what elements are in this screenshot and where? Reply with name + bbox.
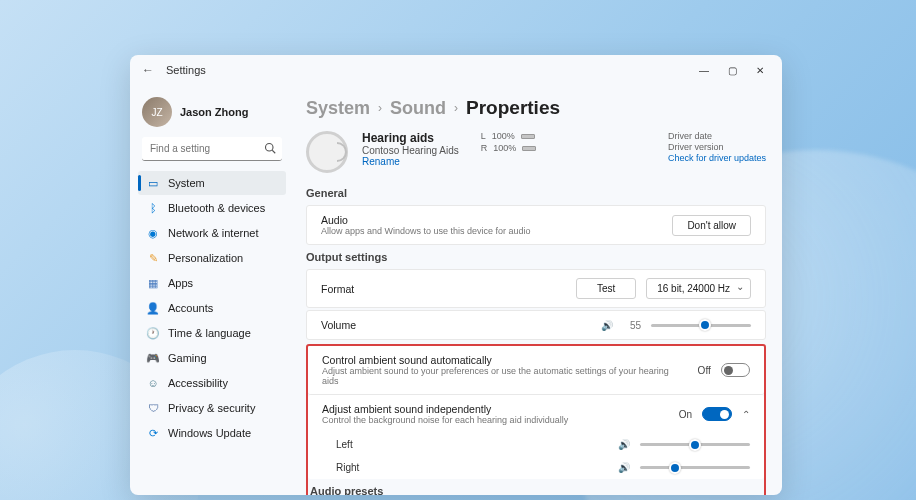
rename-link[interactable]: Rename bbox=[362, 156, 459, 167]
breadcrumb-properties: Properties bbox=[466, 97, 560, 119]
user-row[interactable]: JZ Jason Zhong bbox=[138, 93, 286, 137]
titlebar: ← Settings — ▢ ✕ bbox=[130, 55, 782, 85]
person-icon: 👤 bbox=[146, 301, 160, 315]
brush-icon: ✎ bbox=[146, 251, 160, 265]
chevron-right-icon: › bbox=[454, 101, 458, 115]
ambient-ind-toggle[interactable] bbox=[702, 407, 732, 421]
audio-title: Audio bbox=[321, 214, 531, 226]
back-button[interactable]: ← bbox=[138, 60, 158, 80]
section-output: Output settings bbox=[306, 251, 766, 263]
window-title: Settings bbox=[166, 64, 206, 76]
ambient-ind-title: Adjust ambient sound independently bbox=[322, 403, 568, 415]
section-general: General bbox=[306, 187, 766, 199]
ambient-auto-title: Control ambient sound automatically bbox=[322, 354, 678, 366]
ambient-auto-state: Off bbox=[698, 365, 711, 376]
sidebar: JZ Jason Zhong ▭System ᛒBluetooth & devi… bbox=[130, 85, 290, 495]
nav-gaming[interactable]: 🎮Gaming bbox=[138, 346, 286, 370]
main-panel: System › Sound › Properties Hearing aids… bbox=[290, 85, 782, 495]
svg-line-1 bbox=[272, 150, 275, 153]
bluetooth-icon: ᛒ bbox=[146, 201, 160, 215]
svg-point-0 bbox=[266, 144, 274, 152]
update-icon: ⟳ bbox=[146, 426, 160, 440]
nav-apps[interactable]: ▦Apps bbox=[138, 271, 286, 295]
nav-personalization[interactable]: ✎Personalization bbox=[138, 246, 286, 270]
speaker-icon[interactable]: 🔊 bbox=[618, 439, 630, 450]
breadcrumb-sound[interactable]: Sound bbox=[390, 98, 446, 119]
format-label: Format bbox=[321, 283, 354, 295]
highlighted-region: Control ambient sound automatically Adju… bbox=[306, 344, 766, 495]
ambient-ind-sub: Control the background noise for each he… bbox=[322, 415, 568, 425]
apps-icon: ▦ bbox=[146, 276, 160, 290]
left-label: Left bbox=[336, 439, 386, 450]
driver-date-label: Driver date bbox=[668, 131, 766, 141]
device-header: Hearing aids Contoso Hearing Aids Rename… bbox=[306, 131, 766, 173]
ambient-auto-sub: Adjust ambient sound to your preferences… bbox=[322, 366, 678, 386]
gamepad-icon: 🎮 bbox=[146, 351, 160, 365]
driver-info: Driver date Driver version Check for dri… bbox=[668, 131, 766, 173]
user-name: Jason Zhong bbox=[180, 106, 248, 118]
chevron-right-icon: › bbox=[378, 101, 382, 115]
system-icon: ▭ bbox=[146, 176, 160, 190]
nav-bluetooth[interactable]: ᛒBluetooth & devices bbox=[138, 196, 286, 220]
left-slider[interactable] bbox=[640, 443, 750, 446]
volume-slider[interactable] bbox=[651, 324, 751, 327]
accessibility-icon: ☺ bbox=[146, 376, 160, 390]
chevron-up-icon[interactable]: ⌃ bbox=[742, 409, 750, 420]
driver-version-label: Driver version bbox=[668, 142, 766, 152]
breadcrumb-system[interactable]: System bbox=[306, 98, 370, 119]
device-title: Hearing aids bbox=[362, 131, 459, 145]
settings-window: ← Settings — ▢ ✕ JZ Jason Zhong ▭System … bbox=[130, 55, 782, 495]
audio-sub: Allow apps and Windows to use this devic… bbox=[321, 226, 531, 236]
close-button[interactable]: ✕ bbox=[746, 56, 774, 84]
right-slider[interactable] bbox=[640, 466, 750, 469]
breadcrumb: System › Sound › Properties bbox=[306, 97, 766, 119]
nav-time[interactable]: 🕐Time & language bbox=[138, 321, 286, 345]
maximize-button[interactable]: ▢ bbox=[718, 56, 746, 84]
format-select[interactable]: 16 bit, 24000 Hz bbox=[646, 278, 751, 299]
speaker-icon[interactable]: 🔊 bbox=[601, 320, 613, 331]
minimize-button[interactable]: — bbox=[690, 56, 718, 84]
lr-levels: L100% R100% bbox=[481, 131, 537, 173]
ambient-ind-state: On bbox=[679, 409, 692, 420]
dont-allow-button[interactable]: Don't allow bbox=[672, 215, 751, 236]
volume-value: 55 bbox=[623, 320, 641, 331]
volume-label: Volume bbox=[321, 319, 356, 331]
right-label: Right bbox=[336, 462, 386, 473]
section-presets: Audio presets bbox=[308, 485, 764, 495]
device-subtitle: Contoso Hearing Aids bbox=[362, 145, 459, 156]
hearing-aid-icon bbox=[306, 131, 348, 173]
clock-icon: 🕐 bbox=[146, 326, 160, 340]
check-updates-link[interactable]: Check for driver updates bbox=[668, 153, 766, 163]
wifi-icon: ◉ bbox=[146, 226, 160, 240]
nav: ▭System ᛒBluetooth & devices ◉Network & … bbox=[138, 171, 286, 445]
nav-privacy[interactable]: 🛡Privacy & security bbox=[138, 396, 286, 420]
shield-icon: 🛡 bbox=[146, 401, 160, 415]
search-icon bbox=[264, 142, 276, 154]
ambient-auto-toggle[interactable] bbox=[721, 363, 750, 377]
nav-system[interactable]: ▭System bbox=[138, 171, 286, 195]
nav-accounts[interactable]: 👤Accounts bbox=[138, 296, 286, 320]
battery-icon bbox=[521, 134, 535, 139]
nav-update[interactable]: ⟳Windows Update bbox=[138, 421, 286, 445]
nav-accessibility[interactable]: ☺Accessibility bbox=[138, 371, 286, 395]
test-button[interactable]: Test bbox=[576, 278, 636, 299]
battery-icon bbox=[522, 146, 536, 151]
speaker-icon[interactable]: 🔊 bbox=[618, 462, 630, 473]
avatar: JZ bbox=[142, 97, 172, 127]
nav-network[interactable]: ◉Network & internet bbox=[138, 221, 286, 245]
search-input[interactable] bbox=[142, 137, 282, 161]
